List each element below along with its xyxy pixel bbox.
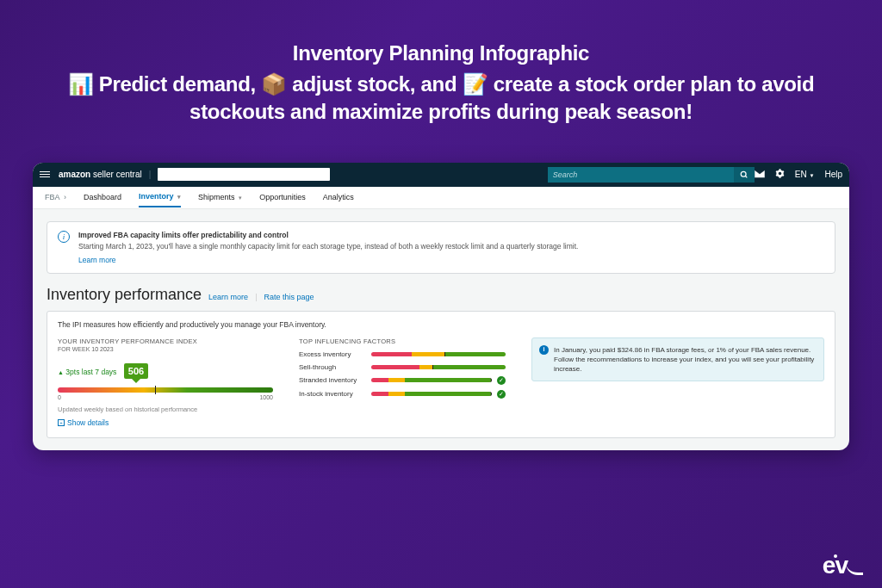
show-details-toggle[interactable]: + Show details bbox=[58, 418, 273, 427]
learn-more-link[interactable]: Learn more bbox=[208, 293, 248, 301]
factors-column: TOP INFLUENCING FACTORS Excess inventory… bbox=[299, 337, 506, 427]
svg-point-0 bbox=[741, 171, 746, 176]
info-icon: i bbox=[58, 231, 70, 243]
banner-learn-more-link[interactable]: Learn more bbox=[78, 256, 115, 264]
factor-sell-through[interactable]: Sell-through bbox=[299, 363, 506, 371]
recommendation-box: i In January, you paid $324.86 in FBA st… bbox=[531, 337, 824, 382]
breadcrumb[interactable]: FBA › bbox=[45, 193, 66, 201]
factor-excess-inventory[interactable]: Excess inventory bbox=[299, 350, 506, 358]
tab-dashboard[interactable]: Dashboard bbox=[84, 188, 121, 207]
brand-logo[interactable]: amazon seller central bbox=[59, 170, 142, 179]
global-topbar: amazon seller central | EN ▼ Help bbox=[33, 163, 849, 187]
mail-icon[interactable] bbox=[755, 170, 765, 180]
headline-block: Inventory Planning Infographic 📊 Predict… bbox=[0, 0, 882, 127]
up-arrow-icon: ▲ bbox=[58, 369, 64, 375]
banner-description: Starting March 1, 2023, you'll have a si… bbox=[78, 242, 824, 252]
check-icon: ✓ bbox=[497, 376, 506, 385]
brand-primary: amazon bbox=[59, 170, 90, 179]
factor-label: Stranded inventory bbox=[299, 376, 366, 384]
svg-line-1 bbox=[745, 176, 747, 177]
brand-divider: | bbox=[149, 170, 152, 179]
ipi-gauge: 0 1000 bbox=[58, 387, 273, 400]
tab-opportunities[interactable]: Opportunities bbox=[259, 188, 306, 207]
ipi-threshold-marker bbox=[155, 386, 156, 394]
recommendation-text: In January, you paid $324.86 in FBA stor… bbox=[554, 345, 817, 374]
ipi-column: YOUR INVENTORY PERFORMANCE INDEX FOR WEE… bbox=[58, 337, 273, 427]
chevron-down-icon: ▾ bbox=[177, 194, 181, 200]
hamburger-menu-icon[interactable] bbox=[40, 171, 50, 177]
tab-inventory[interactable]: Inventory ▾ bbox=[139, 187, 181, 207]
search-button[interactable] bbox=[734, 167, 755, 183]
ipi-header: YOUR INVENTORY PERFORMANCE INDEX bbox=[58, 337, 273, 345]
ipi-panel: The IPI measures how efficiently and pro… bbox=[47, 311, 835, 438]
search-icon bbox=[740, 170, 748, 179]
language-toggle[interactable]: EN ▼ bbox=[795, 170, 815, 179]
check-icon: ✓ bbox=[497, 390, 506, 399]
eva-logo: ev bbox=[823, 552, 863, 579]
ipi-delta: ▲ 3pts last 7 days bbox=[58, 368, 116, 376]
divider: | bbox=[255, 293, 257, 301]
ipi-intro: The IPI measures how efficiently and pro… bbox=[58, 320, 824, 329]
page-title: Inventory performance bbox=[47, 286, 202, 304]
factor-stranded-inventory[interactable]: Stranded inventory ✓ bbox=[299, 376, 506, 385]
rate-page-link[interactable]: Rate this page bbox=[264, 293, 314, 301]
factor-in-stock-inventory[interactable]: In-stock inventory ✓ bbox=[299, 390, 506, 399]
tab-analytics[interactable]: Analytics bbox=[323, 188, 354, 207]
dashboard-screenshot: amazon seller central | EN ▼ Help FBA › … bbox=[33, 163, 849, 450]
headline-title: Inventory Planning Infographic bbox=[52, 41, 830, 65]
brand-secondary: seller central bbox=[93, 170, 142, 179]
info-banner: i Improved FBA capacity limits offer pre… bbox=[47, 221, 835, 274]
ipi-note: Updated weekly based on historical perfo… bbox=[58, 405, 273, 413]
factor-label: In-stock inventory bbox=[299, 390, 366, 398]
search-input[interactable] bbox=[548, 167, 734, 183]
factors-header: TOP INFLUENCING FACTORS bbox=[299, 337, 506, 345]
banner-title: Improved FBA capacity limits offer predi… bbox=[78, 231, 824, 239]
gear-icon[interactable] bbox=[775, 169, 785, 180]
headline-subtitle: 📊 Predict demand, 📦 adjust stock, and 📝 … bbox=[52, 71, 830, 127]
scale-min: 0 bbox=[58, 394, 61, 400]
factor-label: Sell-through bbox=[299, 363, 366, 371]
marketplace-selector[interactable] bbox=[158, 168, 330, 181]
chevron-down-icon: ▾ bbox=[239, 195, 242, 201]
nav-tabs: FBA › Dashboard Inventory ▾ Shipments ▾ … bbox=[33, 187, 849, 209]
tab-shipments[interactable]: Shipments ▾ bbox=[198, 188, 242, 207]
info-icon: i bbox=[539, 345, 549, 355]
factor-label: Excess inventory bbox=[299, 350, 366, 358]
expand-icon: + bbox=[58, 419, 65, 426]
global-search[interactable] bbox=[548, 167, 755, 183]
recommendation-column: i In January, you paid $324.86 in FBA st… bbox=[531, 337, 824, 427]
scale-max: 1000 bbox=[259, 394, 273, 400]
ipi-score-badge: 506 bbox=[124, 363, 148, 379]
page-title-row: Inventory performance Learn more | Rate … bbox=[47, 286, 835, 304]
main-content: i Improved FBA capacity limits offer pre… bbox=[33, 209, 849, 450]
ipi-week: FOR WEEK 10 2023 bbox=[58, 346, 273, 352]
help-link[interactable]: Help bbox=[824, 170, 842, 179]
